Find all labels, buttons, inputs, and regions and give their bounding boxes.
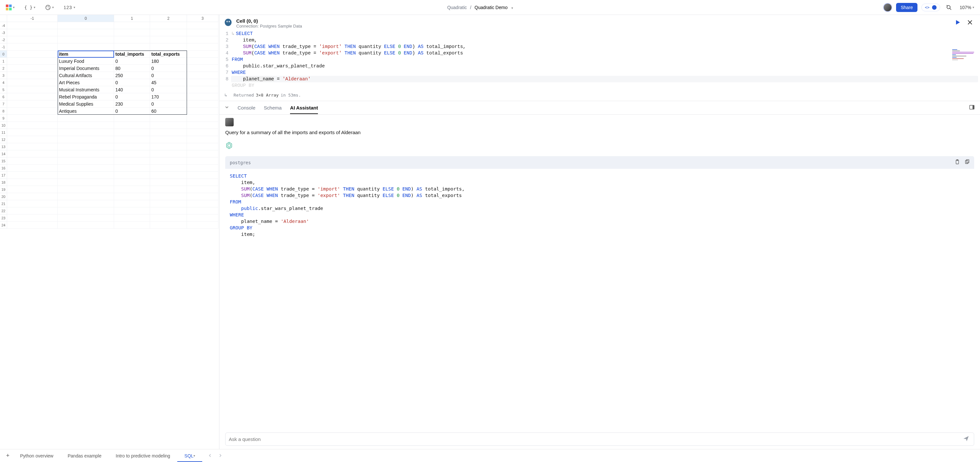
sheet-tab[interactable]: SQL ▾	[177, 449, 202, 462]
row-header[interactable]: 1	[0, 58, 7, 65]
row-header[interactable]: 15	[0, 157, 7, 165]
copy-code-button[interactable]	[964, 159, 970, 165]
code-editor[interactable]: 1↳SELECT2 item,3 SUM(CASE WHEN trade_typ…	[220, 30, 980, 91]
collapse-panel-button[interactable]	[224, 105, 229, 111]
cell[interactable]	[7, 165, 58, 172]
row-header[interactable]: 12	[0, 136, 7, 143]
cell[interactable]: 170	[150, 93, 187, 100]
cell[interactable]	[187, 36, 218, 43]
cell[interactable]	[7, 207, 58, 214]
row-header[interactable]: 14	[0, 150, 7, 157]
cell[interactable]	[187, 93, 218, 100]
cell[interactable]: Imperial Documents	[58, 65, 114, 72]
tab-ai-assistant[interactable]: AI Assistant	[290, 105, 318, 114]
cell[interactable]	[7, 214, 58, 222]
cell[interactable]: 140	[114, 86, 150, 93]
row-header[interactable]: 6	[0, 93, 7, 100]
cell[interactable]	[7, 79, 58, 86]
cell[interactable]	[150, 22, 187, 29]
cell[interactable]	[150, 172, 187, 179]
cell[interactable]	[150, 143, 187, 150]
cell[interactable]	[7, 108, 58, 115]
cell[interactable]: 180	[150, 58, 187, 65]
cell[interactable]	[58, 36, 114, 43]
cell[interactable]	[58, 186, 114, 193]
cell[interactable]	[7, 150, 58, 157]
panel-layout-button[interactable]	[969, 104, 975, 111]
cell[interactable]	[150, 122, 187, 129]
row-header[interactable]: 3	[0, 72, 7, 79]
cell[interactable]	[150, 186, 187, 193]
cell[interactable]	[187, 200, 218, 207]
share-button[interactable]: Share	[896, 3, 917, 12]
row-header[interactable]: -2	[0, 36, 7, 43]
row-header[interactable]: 10	[0, 122, 7, 129]
cell[interactable]	[58, 165, 114, 172]
cell[interactable]	[7, 86, 58, 93]
cell[interactable]	[7, 93, 58, 100]
cell[interactable]	[187, 43, 218, 51]
cell[interactable]	[58, 207, 114, 214]
cell[interactable]	[114, 129, 150, 136]
cell[interactable]	[7, 29, 58, 36]
cell[interactable]	[7, 200, 58, 207]
cell[interactable]	[187, 86, 218, 93]
cell[interactable]	[58, 193, 114, 200]
cell[interactable]	[7, 65, 58, 72]
cell[interactable]	[150, 136, 187, 143]
cell[interactable]	[150, 165, 187, 172]
cell[interactable]	[114, 143, 150, 150]
cell[interactable]	[7, 72, 58, 79]
number-format-menu[interactable]: 123 ▾	[62, 3, 77, 11]
cell[interactable]	[58, 29, 114, 36]
cell[interactable]	[58, 150, 114, 157]
cell[interactable]: 45	[150, 79, 187, 86]
column-header[interactable]: 1	[114, 15, 150, 22]
cell[interactable]	[7, 122, 58, 129]
cell[interactable]: 230	[114, 100, 150, 108]
column-header[interactable]: 2	[150, 15, 187, 22]
cell[interactable]	[150, 222, 187, 229]
cell[interactable]	[187, 214, 218, 222]
cell[interactable]	[7, 222, 58, 229]
column-header[interactable]: 3	[187, 15, 218, 22]
row-header[interactable]: 7	[0, 100, 7, 108]
cell[interactable]	[114, 165, 150, 172]
row-header[interactable]: 9	[0, 115, 7, 122]
cell[interactable]: Luxury Food	[58, 58, 114, 65]
cell[interactable]	[187, 115, 218, 122]
cell[interactable]	[187, 207, 218, 214]
cell[interactable]	[187, 193, 218, 200]
cell[interactable]	[187, 58, 218, 65]
row-header[interactable]: 20	[0, 193, 7, 200]
cell[interactable]	[58, 214, 114, 222]
chat-input[interactable]	[225, 432, 974, 446]
cell[interactable]	[187, 51, 218, 58]
cell[interactable]	[58, 22, 114, 29]
cell[interactable]	[187, 72, 218, 79]
row-header[interactable]: 4	[0, 79, 7, 86]
cell[interactable]	[7, 36, 58, 43]
cell[interactable]	[114, 150, 150, 157]
cell[interactable]	[150, 43, 187, 51]
cell[interactable]	[187, 29, 218, 36]
cell[interactable]	[114, 179, 150, 186]
cell[interactable]	[114, 157, 150, 165]
row-header[interactable]: 17	[0, 172, 7, 179]
cell[interactable]	[58, 136, 114, 143]
cell[interactable]	[150, 214, 187, 222]
cell[interactable]: Cultural Artifacts	[58, 72, 114, 79]
cell[interactable]	[7, 179, 58, 186]
tab-console[interactable]: Console	[237, 105, 255, 111]
cell[interactable]	[58, 143, 114, 150]
cell[interactable]	[187, 179, 218, 186]
cell[interactable]	[7, 157, 58, 165]
row-header[interactable]: 5	[0, 86, 7, 93]
cell[interactable]	[187, 108, 218, 115]
cell[interactable]	[114, 222, 150, 229]
code-toggle-pill[interactable]: <>	[921, 3, 940, 11]
sheet-tab[interactable]: Python overview	[13, 449, 60, 462]
cell[interactable]	[150, 29, 187, 36]
row-header[interactable]: 21	[0, 200, 7, 207]
cell[interactable]	[187, 172, 218, 179]
